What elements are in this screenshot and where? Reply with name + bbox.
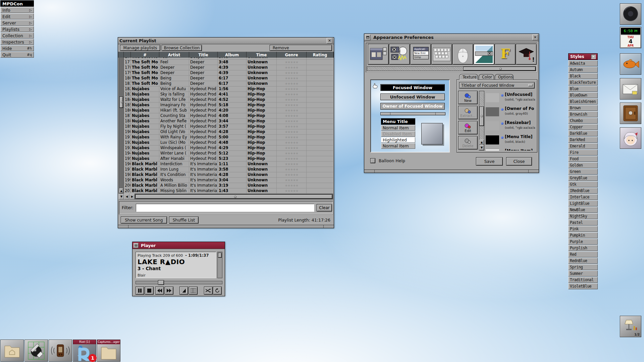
- styles-menu-titlebar[interactable]: Styles ✕: [568, 53, 598, 60]
- close-icon[interactable]: ✕: [327, 38, 332, 44]
- style-item-blueishgreen[interactable]: BlueishGreen: [568, 99, 598, 105]
- preview-menu[interactable]: Menu Title Normal ItemDisabled ItemHighl…: [381, 118, 415, 149]
- save-button[interactable]: Save: [476, 157, 503, 166]
- vscroll-knob[interactable]: [119, 97, 123, 108]
- seek-knob[interactable]: [158, 280, 164, 285]
- menu-item-hide[interactable]: Hide#h: [0, 45, 34, 51]
- preview-resizebar[interactable]: [380, 112, 445, 115]
- table-row[interactable]: 200Black MarblA Million BillioIt's Immat…: [124, 183, 333, 188]
- style-item-pastel[interactable]: Pastel: [568, 220, 598, 226]
- style-item-rednblue[interactable]: RednBlue: [568, 258, 598, 264]
- style-item-greyblue[interactable]: GreyBlue: [568, 175, 598, 181]
- manage-playlists-button[interactable]: Manage playlists: [120, 45, 160, 51]
- miniaturize-icon[interactable]: [133, 243, 139, 248]
- table-row[interactable]: 197Black MarblIron LungIt's Immateria3:5…: [124, 167, 333, 172]
- windows-theme-icon[interactable]: [368, 44, 389, 65]
- table-row[interactable]: 188NujabesAnother RefleHydeout Prod3:44H…: [124, 119, 333, 124]
- style-item-irednblue[interactable]: IRednBlue: [568, 188, 598, 194]
- table-row[interactable]: 201Black MarblMissing SiblinIt's Immater…: [124, 188, 333, 194]
- dock-tile-riot[interactable]: Riot [1] 1: [73, 340, 96, 362]
- style-item-darkred[interactable]: DarkRed: [568, 137, 598, 143]
- dock-tile-lamp-pager[interactable]: 1/2: [620, 316, 641, 337]
- table-row[interactable]: 183NujabesSky is fallingHydeout Prod4:41…: [124, 92, 333, 97]
- column-header-time[interactable]: Time: [247, 52, 277, 58]
- scroll-up-icon[interactable]: ▲: [119, 188, 123, 193]
- menu-item-edit[interactable]: Edit▷: [0, 13, 34, 19]
- style-item-black[interactable]: Black: [568, 73, 598, 79]
- close-icon[interactable]: ✕: [591, 54, 596, 59]
- style-item-summer[interactable]: Summer: [568, 270, 598, 277]
- close-button[interactable]: Close: [506, 157, 532, 166]
- play-indicator-button[interactable]: [179, 287, 188, 295]
- style-item-interlace[interactable]: Interlace: [568, 194, 598, 200]
- scroll-down-icon[interactable]: ▼: [479, 145, 484, 150]
- column-header-rating[interactable]: Rating: [307, 52, 334, 58]
- extract-button[interactable]: Extract...: [458, 106, 478, 119]
- toolbar-scrollbar[interactable]: [367, 66, 536, 71]
- style-item-blacktexture[interactable]: BlackTexture: [568, 79, 598, 85]
- table-row[interactable]: 191NujabesWith Rainy EyHydeout Prod5:00H…: [124, 135, 333, 140]
- appearance-resizebar[interactable]: [364, 170, 539, 173]
- scroll-down-icon[interactable]: ▼: [119, 194, 124, 199]
- style-item-chumbo[interactable]: Chumbo: [568, 118, 598, 124]
- style-item-pink[interactable]: Pink: [568, 226, 598, 232]
- dock-tile-captures-folder[interactable]: Captures...ager: [97, 340, 120, 362]
- table-row[interactable]: 189NujabesFly by Night (Hydeout Prod3:57…: [124, 124, 333, 129]
- playlist-vertical-scrollbar[interactable]: ▲: [119, 52, 124, 194]
- focus-theme-icon[interactable]: [389, 44, 410, 65]
- dock-tile-gnustep-tool[interactable]: [24, 340, 48, 362]
- style-item-pumpkin[interactable]: Pumpkin: [568, 232, 598, 238]
- column-header-genre[interactable]: Genre: [277, 52, 307, 58]
- preview-owner-titlebar[interactable]: Owner of Focused Window: [380, 103, 445, 110]
- table-row[interactable]: 180The Soft MoBeingDeeper6:17Unknown★★★★…: [124, 76, 333, 81]
- table-row[interactable]: 195NujabesAfter HanabiHydeout Prod5:23Hi…: [124, 156, 333, 162]
- style-item-autumn[interactable]: Autumn: [568, 67, 598, 73]
- style-item-emerald[interactable]: Emerald: [568, 143, 598, 149]
- texture-scroll-knob[interactable]: [479, 107, 484, 126]
- column-header-num[interactable]: #: [131, 52, 159, 58]
- toolbar-scroll-knob[interactable]: [463, 67, 536, 71]
- tab-options[interactable]: Options: [495, 74, 514, 80]
- mpdcon-menu-title[interactable]: MPDCon: [0, 0, 34, 7]
- table-row[interactable]: 198Black MarblIt's ConditionIt's Immater…: [124, 172, 333, 178]
- repeat-button[interactable]: [213, 287, 222, 295]
- show-current-song-button[interactable]: Show current Song: [121, 217, 167, 224]
- texture-list-item[interactable]: [Owner of Fo(solid, gray40): [485, 105, 536, 119]
- texture-list-item[interactable]: [Unfocused](solid, "rgb:aa/aa/a: [485, 91, 536, 105]
- stop-button[interactable]: [145, 287, 154, 295]
- style-item-traditional[interactable]: Traditional: [568, 277, 598, 283]
- keyboard-theme-icon[interactable]: [431, 44, 452, 65]
- preview-unfocused-titlebar[interactable]: Unfocused Window: [380, 94, 445, 100]
- next-button[interactable]: [165, 287, 173, 295]
- table-row[interactable]: 179The Soft MoDeeperDeeper4:39Unknown★★★…: [124, 70, 333, 76]
- shuffle-list-button[interactable]: Shuffle List: [169, 217, 199, 224]
- texture-target-dropdown[interactable]: Titlebar of Focused Window: [459, 82, 535, 88]
- table-row[interactable]: 182NujabesVoice of AutuHydeout Prod1:56H…: [124, 86, 333, 92]
- menu-item-collection[interactable]: Collection▷: [0, 33, 34, 39]
- style-item-brownish[interactable]: Brownish: [568, 111, 598, 117]
- seek-slider[interactable]: [136, 281, 222, 284]
- menus-theme-icon[interactable]: Applicati New Entr Gimp: [410, 44, 431, 65]
- balloon-help-checkbox[interactable]: [370, 158, 375, 163]
- new-button[interactable]: New: [458, 91, 478, 104]
- style-item-nightsky[interactable]: NightSky: [568, 213, 598, 219]
- delete-button[interactable]: Delete: [458, 136, 478, 149]
- style-item-red[interactable]: Red: [568, 251, 598, 257]
- tab-color[interactable]: Color: [479, 74, 494, 80]
- mouse-theme-icon[interactable]: [452, 44, 473, 65]
- style-item-violetblue[interactable]: VioletBlue: [568, 283, 598, 289]
- style-item-green[interactable]: Green: [568, 169, 598, 175]
- filter-input[interactable]: [136, 204, 314, 212]
- table-row[interactable]: 193NujabesWindspeaks (Hydeout Prod4:29Hi…: [124, 145, 333, 151]
- playlist-titlebar[interactable]: Current Playlist ✕: [118, 38, 334, 44]
- dock-tile-home-folder[interactable]: [0, 340, 24, 362]
- shuffle-button[interactable]: [204, 287, 213, 295]
- window-decor-theme-icon[interactable]: [474, 44, 494, 65]
- dock-tile-clock[interactable]: 6:50 PM THU 4 APR: [620, 27, 641, 48]
- dock-tile-record[interactable]: [620, 3, 641, 25]
- style-item-purple[interactable]: Purple: [568, 239, 598, 245]
- table-row[interactable]: 192NujabesLuv (Sic) (MoHydeout Prod4:48H…: [124, 140, 333, 145]
- style-item-bluedawn[interactable]: BlueDawn: [568, 92, 598, 98]
- hscroll-knob[interactable]: [136, 194, 332, 199]
- menu-item-info[interactable]: Info▷: [0, 7, 34, 13]
